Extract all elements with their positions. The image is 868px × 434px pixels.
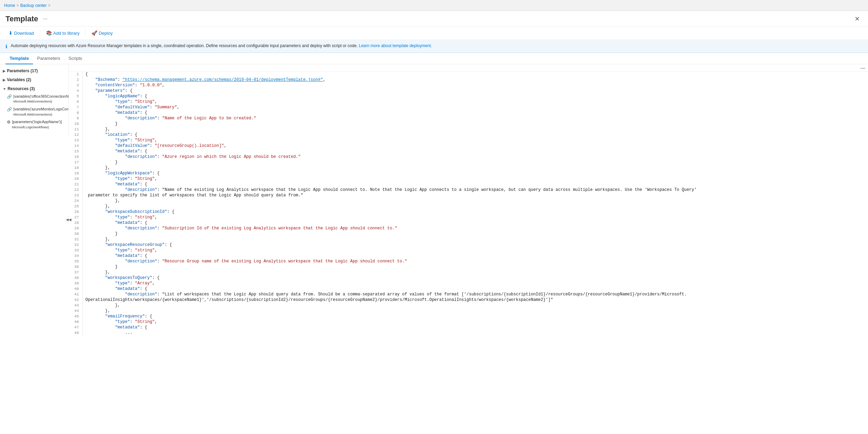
deploy-button[interactable]: 🚀 Deploy [88,29,115,37]
sidebar-header-resources[interactable]: ▼ Resources (3) [0,85,68,93]
sidebar: ▶ Parameters (17) ▶ Variables (2) ▼ Reso… [0,64,69,135]
office365-item-text: [variables('office365ConnectionNaMicroso… [13,94,69,104]
table-row: 36 } [69,264,868,270]
code-line-content: "metadata": { [82,110,868,116]
sidebar-section-parameters: ▶ Parameters (17) [0,67,68,75]
table-row: 44 }, [69,308,868,314]
code-line-content: } [82,264,868,270]
table-row: 37 }, [69,270,868,275]
line-number: 17 [69,160,82,165]
line-number: 31 [69,237,82,242]
code-line-content: "type": "string", [82,215,868,220]
tab-parameters[interactable]: Parameters [33,53,64,64]
table-row: 16 "description": "Azure region in which… [69,154,868,160]
add-to-library-button[interactable]: 📚 Add to library [43,29,83,37]
code-line-content: ... [82,330,868,336]
code-line-content: "defaultValue": "Summary", [82,105,868,110]
table-row: 29 "description": "Subscription Id of th… [69,226,868,231]
line-number: 23 [69,193,82,198]
table-row: 3 "contentVersion": "1.0.0.0", [69,83,868,88]
code-line-content: }, [82,237,868,242]
table-row: 23 parameter to specify the list of work… [69,193,868,198]
sidebar-header-variables[interactable]: ▶ Variables (2) [0,76,68,84]
deploy-icon: 🚀 [91,30,97,36]
parameters-section-label: Parameters (17) [7,68,38,73]
page-title: Template [5,14,38,23]
table-row: 6 "type": "String", [69,99,868,105]
code-line-content: "type": "Array", [82,281,868,286]
table-row: 24 }, [69,198,868,204]
tab-scripts[interactable]: Scripts [64,53,86,64]
line-number: 12 [69,132,82,138]
line-number: 29 [69,226,82,231]
line-number: 3 [69,83,82,88]
collapse-sidebar-button[interactable]: ◀◀ [65,216,73,224]
line-number: 21 [69,182,82,187]
sidebar-item-office365[interactable]: 🔗 [variables('office365ConnectionNaMicro… [0,93,68,105]
sidebar-item-azuremonitor[interactable]: 🔗 [variables('azureMonitorLogsConnMicros… [0,105,68,118]
line-number: 47 [69,325,82,330]
line-number: 26 [69,209,82,215]
line-number: 4 [69,88,82,94]
line-number: 45 [69,314,82,319]
code-line-content: "type": "String", [82,319,868,325]
more-options-button[interactable]: ··· [41,15,49,23]
code-line-content: }, [82,165,868,171]
sidebar-wrapper: ▶ Parameters (17) ▶ Variables (2) ▼ Reso… [0,64,69,434]
sidebar-header-parameters[interactable]: ▶ Parameters (17) [0,67,68,75]
line-number: 13 [69,138,82,143]
table-row: 46 "type": "String", [69,319,868,325]
code-line-content: } [82,231,868,237]
table-row: 27 "type": "string", [69,215,868,220]
breadcrumb-home[interactable]: Home [4,3,15,8]
code-line-content: }, [82,198,868,204]
close-button[interactable]: ✕ [852,14,863,24]
table-row: 45 "emailFrequency": { [69,314,868,319]
code-line-content: OperationalInsights/workspaces/{workspac… [82,297,868,303]
line-number: 9 [69,116,82,121]
table-row: 15 "metadata": { [69,149,868,154]
line-number: 24 [69,198,82,204]
line-number: 37 [69,270,82,275]
code-area[interactable]: — 1{2 "$schema": "https://schema.managem… [69,64,868,434]
download-button[interactable]: ⬇ Download [5,29,37,37]
chevron-variables-icon: ▶ [3,78,5,82]
toolbar-divider-2 [85,30,86,36]
table-row: 18 }, [69,165,868,171]
add-to-library-label: Add to library [53,31,80,36]
line-number: 15 [69,149,82,154]
line-number: 7 [69,105,82,110]
code-line-content: }, [82,270,868,275]
line-number: 34 [69,253,82,259]
connection-icon-1: 🔗 [7,94,12,99]
table-row: 22 "description": "Name of the existing … [69,187,868,193]
deploy-label: Deploy [99,31,112,36]
table-row: 28 "metadata": { [69,220,868,226]
workflow-icon: ⚙ [7,120,11,124]
code-line-content: "logicAppName": { [82,94,868,99]
code-line-content: "type": "string", [82,248,868,253]
minimize-code-button[interactable]: — [860,65,865,70]
toolbar-divider-1 [40,30,40,36]
code-line-content: "type": "String", [82,176,868,182]
code-toolbar: — [69,64,868,72]
line-number: 10 [69,121,82,127]
line-number: 44 [69,308,82,314]
table-row: 11 }, [69,127,868,132]
breadcrumb-sep1: > [16,3,19,8]
code-line-content: } [82,160,868,165]
table-row: 10 } [69,121,868,127]
tab-template[interactable]: Template [5,53,33,64]
code-line-content: "description": "Resource Group name of t… [82,259,868,264]
table-row: 43 }, [69,303,868,308]
table-row: 2 "$schema": "https://schema.management.… [69,77,868,83]
code-line-content: "workspaceSubscriptionId": { [82,209,868,215]
sidebar-item-logicapp[interactable]: ⚙ [parameters('logicAppName')]Microsoft.… [0,118,68,131]
banner-text: Automate deploying resources with Azure … [11,43,432,48]
table-row: 8 "metadata": { [69,110,868,116]
breadcrumb-backup[interactable]: Backup center [20,3,47,8]
learn-more-link[interactable]: Learn more about template deployment. [359,43,432,48]
table-row: 38 "workspacesToQuery": { [69,275,868,281]
line-number: 41 [69,292,82,297]
line-number: 36 [69,264,82,270]
